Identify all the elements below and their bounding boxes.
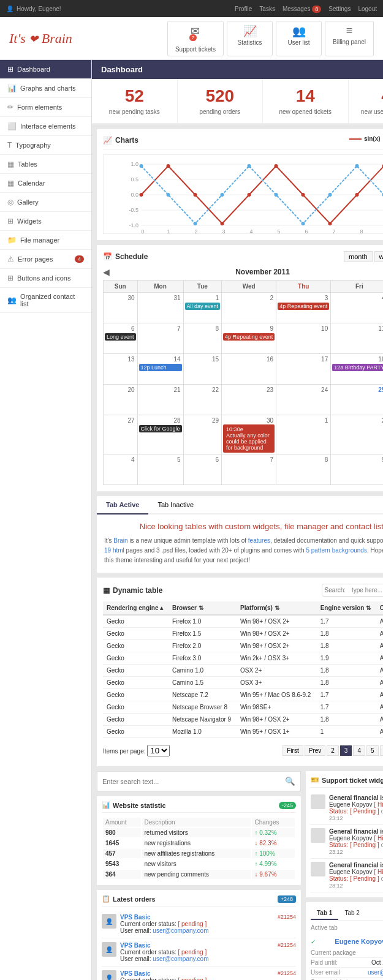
col-browser[interactable]: Browser ⇅ (169, 601, 237, 615)
repeating-event-1[interactable]: 4p Repeating event (278, 303, 329, 310)
tab-active-btn[interactable]: Tab Active (97, 496, 148, 514)
sidebar-item-gallery[interactable]: ◎ Gallery (0, 193, 91, 212)
cal-day-9[interactable]: 9 4p Repeating event (222, 323, 276, 354)
cal-day-27[interactable]: 27 (104, 415, 138, 454)
cal-day-10[interactable]: 10 (276, 323, 331, 354)
col-version[interactable]: Engine version ⇅ (317, 601, 376, 615)
sidebar-item-interface[interactable]: ⬜ Interface elements (0, 117, 91, 136)
cal-day-2[interactable]: 2 (222, 293, 276, 323)
cal-day-8[interactable]: 8 (183, 323, 222, 354)
html-pages-link[interactable]: 19 html (104, 547, 124, 554)
search-input[interactable] (348, 585, 383, 595)
statistics-nav[interactable]: 📈 Statistics (227, 21, 273, 56)
cal-day-7[interactable]: 7 (137, 323, 183, 354)
cal-day-25[interactable]: 25 (331, 385, 383, 415)
tooltip-event[interactable]: 10:30eActually any colorcould be applied… (223, 424, 275, 453)
prev-page-btn[interactable]: Prev (305, 745, 326, 756)
first-page-btn[interactable]: First (283, 745, 303, 756)
cal-day-6[interactable]: 6 Long event (104, 323, 138, 354)
cal-day-16[interactable]: 16 (222, 354, 276, 385)
cal-day-17[interactable]: 17 (276, 354, 331, 385)
cal-day-22[interactable]: 22 (183, 385, 222, 415)
sidebar-item-dashboard[interactable]: ⊞ Dashboard (0, 60, 91, 79)
cal-day-23[interactable]: 23 (222, 385, 276, 415)
profile-link[interactable]: Profile (235, 6, 252, 12)
small-tab-2[interactable]: Tab 2 (338, 907, 365, 920)
col-css[interactable]: CSS grade ⇅ (376, 601, 383, 615)
logout-link[interactable]: Logout (358, 6, 377, 12)
stat-amount: 1645 (103, 839, 141, 848)
cal-day-28[interactable]: 28 Click for Google (137, 415, 183, 454)
cal-day-13[interactable]: 13 (104, 354, 138, 385)
cal-day-30-oct[interactable]: 30 (104, 293, 138, 323)
col-engine[interactable]: Rendering engine ▴ (103, 601, 169, 615)
cal-day-15[interactable]: 15 (183, 354, 222, 385)
cal-day-24[interactable]: 24 (276, 385, 331, 415)
cal-prev-arrow[interactable]: ◀ (103, 267, 110, 277)
settings-link[interactable]: Settings (328, 6, 351, 12)
google-event[interactable]: Click for Google (139, 425, 182, 432)
cal-day-1[interactable]: 1 All day event (183, 293, 222, 323)
user-detail-label: Current package (311, 949, 356, 956)
sidebar-item-graphs[interactable]: 📊 Graphs and charts (0, 79, 91, 98)
sidebar-label-form: Form elements (17, 104, 62, 111)
col-platform[interactable]: Platform(s) ⇅ (237, 601, 317, 615)
cal-day-14[interactable]: 14 12p Lunch (137, 354, 183, 385)
cal-day-2-dec[interactable]: 2 (331, 415, 383, 454)
cal-day-11[interactable]: 11 (331, 323, 383, 354)
cal-day-30[interactable]: 30 10:30eActually any colorcould be appl… (222, 415, 276, 454)
cal-day-4[interactable]: 4 (331, 293, 383, 323)
cal-day-6-dec[interactable]: 6 (183, 454, 222, 485)
sidebar-item-buttons[interactable]: ⊞ Buttons and icons (0, 269, 91, 288)
tab-inactive-btn[interactable]: Tab Inactive (148, 496, 203, 514)
stat-table-body: 980returned visitors↑ 0.32%1645new regis… (103, 828, 295, 879)
sidebar-item-contacts[interactable]: 👥 Organized contact list (0, 288, 91, 313)
brain-link[interactable]: Brain (113, 537, 127, 544)
cal-day-9-dec[interactable]: 9 (331, 454, 383, 485)
sidebar-item-calendar[interactable]: ▦ Calendar (0, 174, 91, 193)
search-text-input[interactable] (102, 778, 285, 785)
cal-day-1-dec[interactable]: 1 (276, 415, 331, 454)
cal-day-20[interactable]: 20 (104, 385, 138, 415)
cal-day-31-oct[interactable]: 31 (137, 293, 183, 323)
week-btn[interactable]: week (374, 251, 383, 262)
cal-day-29[interactable]: 29 (183, 415, 222, 454)
sidebar-item-files[interactable]: 📁 File manager (0, 231, 91, 250)
cal-day-21[interactable]: 21 (137, 385, 183, 415)
page-3-btn[interactable]: 3 (340, 745, 352, 756)
birthday-event[interactable]: 12a Birthday PARTY (332, 364, 383, 371)
sidebar-item-form[interactable]: ✏ Form elements (0, 98, 91, 117)
search-widget: 🔍 (97, 771, 301, 791)
billing-nav[interactable]: ≡ Billing panel (325, 21, 374, 56)
cal-day-7-dec[interactable]: 7 (222, 454, 276, 485)
search-submit-btn[interactable]: 🔍 (285, 777, 295, 786)
long-event-2[interactable]: Long event (105, 333, 136, 341)
cal-day-5-dec[interactable]: 5 (137, 454, 183, 485)
page-5-btn[interactable]: 5 (366, 745, 379, 756)
cal-day-4-dec[interactable]: 4 (104, 454, 138, 485)
cal-day-3[interactable]: 3 4p Repeating event (276, 293, 331, 323)
sidebar-item-typography[interactable]: T Typography (0, 136, 91, 155)
lunch-event[interactable]: 12p Lunch (139, 364, 182, 371)
month-btn[interactable]: month (344, 251, 373, 262)
schedule-header: 📅 Schedule month week day (103, 251, 383, 262)
page-2-btn[interactable]: 2 (327, 745, 339, 756)
sidebar-item-tables[interactable]: ▦ Tables (0, 155, 91, 174)
cal-day-8-dec[interactable]: 8 (276, 454, 331, 485)
small-tab-1[interactable]: Tab 1 (311, 907, 338, 920)
repeating-event-2[interactable]: 4p Repeating event (223, 333, 275, 341)
userlist-nav[interactable]: 👥 User list (276, 21, 322, 56)
sidebar-item-errors[interactable]: ⚠ Error pages 4 (0, 250, 91, 269)
features-link[interactable]: features (248, 537, 270, 544)
cal-day-18[interactable]: 18 12a Birthday PARTY (331, 354, 383, 385)
support-tickets-nav[interactable]: ✉ 7 Support tickets (167, 21, 224, 56)
svg-text:7: 7 (333, 228, 336, 235)
sidebar-item-widgets[interactable]: ⊞ Widgets (0, 212, 91, 231)
all-day-event[interactable]: All day event (185, 303, 221, 310)
backgrounds-link[interactable]: 5 pattern backgrounds (306, 547, 367, 554)
tasks-link[interactable]: Tasks (259, 6, 275, 12)
page-4-btn[interactable]: 4 (353, 745, 365, 756)
messages-link[interactable]: Messages 8 (283, 6, 321, 12)
per-page-select[interactable]: 10 25 50 (147, 745, 170, 756)
next-page-btn[interactable]: Next (380, 745, 383, 756)
